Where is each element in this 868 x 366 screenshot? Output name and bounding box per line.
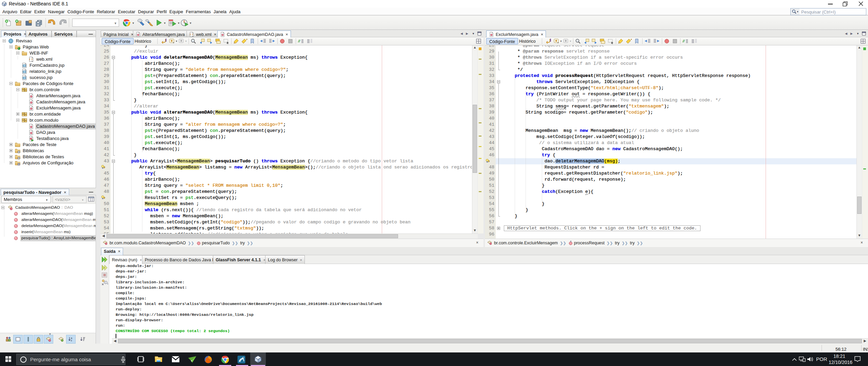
- svg-text://: //: [682, 39, 685, 43]
- svg-text://: //: [298, 39, 301, 43]
- svg-text:!: !: [104, 166, 105, 169]
- svg-text:a: a: [71, 337, 72, 339]
- svg-text:!: !: [489, 160, 490, 163]
- svg-text:z: z: [71, 339, 72, 342]
- svg-text:!: !: [104, 197, 105, 199]
